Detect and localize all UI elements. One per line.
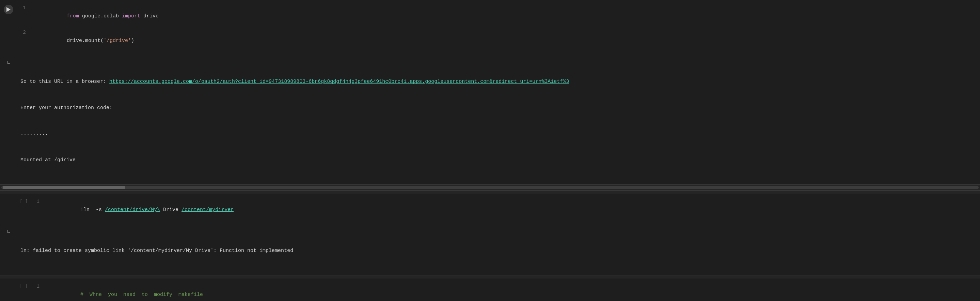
- exclamation: !: [80, 207, 83, 213]
- code-text: ln -s: [83, 207, 105, 213]
- cell-2-run-area: [0, 196, 17, 208]
- cell-3-bracket: [ ]: [17, 281, 31, 288]
- output-line: .........: [21, 130, 977, 138]
- line-number: 1: [34, 198, 44, 222]
- code-line: 1 !ln -s /content/drive/My\ Drive /conte…: [34, 198, 977, 222]
- line-content: # Whne you need to modify makefile: [44, 283, 977, 301]
- output-arrow-icon: ↳: [7, 59, 10, 66]
- cell-1-lines: 1 from google.colab import drive 2 drive…: [17, 3, 980, 54]
- scrollbar-thumb[interactable]: [3, 186, 125, 189]
- line-content: from google.colab import drive: [30, 4, 977, 29]
- line-content: drive.mount('/gdrive'): [30, 29, 977, 53]
- notebook: 1 from google.colab import drive 2 drive…: [0, 0, 980, 301]
- output-arrow-icon: ↳: [7, 228, 10, 235]
- output-icon-area: ↳: [0, 57, 17, 66]
- cell-1-code: 1 from google.colab import drive 2 drive…: [0, 0, 980, 57]
- string-literal: '/gdrive': [103, 38, 131, 44]
- cell-divider-2: [0, 276, 980, 279]
- cell-divider: [0, 191, 980, 194]
- code-text: drive.mount(: [67, 38, 103, 44]
- cell-1-scrollbar[interactable]: [0, 184, 980, 191]
- cell-2-code: [ ] 1 !ln -s /content/drive/My\ Drive /c…: [0, 194, 980, 226]
- run-button-1[interactable]: [4, 5, 13, 14]
- cell-2-output-content: ln: failed to create symbolic link '/con…: [17, 226, 980, 275]
- code-line: 1 from google.colab import drive: [21, 4, 977, 29]
- cell-3-code: [ ] 1 # Whne you need to modify makefile…: [0, 279, 980, 301]
- code-text: ): [131, 38, 134, 44]
- cell-2-output: ↳ ln: failed to create symbolic link '/c…: [0, 226, 980, 275]
- cell-3: [ ] 1 # Whne you need to modify makefile…: [0, 279, 980, 301]
- code-text: google.colab: [79, 13, 122, 19]
- cell-1-run-area: [0, 3, 17, 14]
- line-number: 1: [34, 283, 44, 301]
- output-line: Go to this URL in a browser: https://acc…: [21, 77, 977, 86]
- code-line: 2 drive.mount('/gdrive'): [21, 29, 977, 53]
- scrollbar-track[interactable]: [2, 186, 978, 189]
- comment: # Whne you need to modify makefile: [80, 292, 203, 298]
- output-line: Mounted at /gdrive: [21, 156, 977, 165]
- code-text: Drive: [160, 207, 181, 213]
- line-content: !ln -s /content/drive/My\ Drive /content…: [44, 198, 977, 222]
- cell-1: 1 from google.colab import drive 2 drive…: [0, 0, 980, 191]
- empty-run-space: [4, 199, 13, 208]
- auth-url-link[interactable]: https://accounts.google.com/o/oauth2/aut…: [109, 79, 569, 85]
- cell-1-output: ↳ Go to this URL in a browser: https://a…: [0, 57, 980, 184]
- path-link: /content/drive/My\: [105, 207, 160, 213]
- line-number: 2: [21, 29, 30, 53]
- output-line: Enter your authorization code:: [21, 104, 977, 112]
- cell-3-lines: 1 # Whne you need to modify makefile 2 %…: [31, 281, 980, 301]
- cell-1-output-content: Go to this URL in a browser: https://acc…: [17, 57, 980, 184]
- empty-run-space: [4, 283, 13, 293]
- output-icon-area: ↳: [0, 226, 17, 235]
- play-icon: [6, 7, 11, 12]
- path-link: /content/mydirver: [181, 207, 234, 213]
- output-line: ln: failed to create symbolic link '/con…: [21, 247, 977, 255]
- cell-2-lines: 1 !ln -s /content/drive/My\ Drive /conte…: [31, 196, 980, 224]
- svg-marker-0: [6, 7, 11, 12]
- keyword-import: import: [122, 13, 140, 19]
- code-text: drive: [140, 13, 159, 19]
- code-line: 1 # Whne you need to modify makefile: [34, 283, 977, 301]
- line-number: 1: [21, 4, 30, 29]
- cell-2-bracket: [ ]: [17, 196, 31, 203]
- keyword-from: from: [67, 13, 79, 19]
- cell-2: [ ] 1 !ln -s /content/drive/My\ Drive /c…: [0, 194, 980, 276]
- cell-3-run-area: [0, 281, 17, 293]
